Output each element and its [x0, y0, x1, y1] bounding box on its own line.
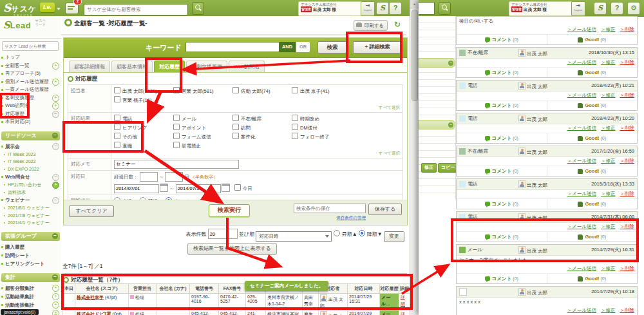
collapse-icon[interactable]: −: [52, 174, 59, 181]
send-mail-link[interactable]: ＞メール送信: [567, 265, 596, 271]
expand-icon[interactable]: +: [52, 301, 59, 309]
checkbox[interactable]: [114, 115, 120, 121]
send-mail-link[interactable]: ＞メール送信: [567, 191, 596, 196]
sidebar-item-対応履歴[interactable]: 対応履歴−: [0, 110, 61, 119]
logout-button[interactable]: ⇥Logout: [571, 1, 585, 16]
save-condition-input[interactable]: [294, 204, 366, 213]
checkbox[interactable]: [173, 133, 180, 139]
result-option-案件化[interactable]: 案件化: [232, 133, 292, 140]
delete-link[interactable]: ＞削除: [620, 158, 635, 164]
send-mail-link[interactable]: ＞メール送信: [567, 125, 596, 131]
and-toggle[interactable]: AND: [279, 42, 296, 52]
search-icon[interactable]: [192, 2, 204, 15]
settings-button[interactable]: ⚙: [627, 2, 640, 15]
sidebar-item-HPお問い合わせ[interactable]: HPお問い合わせ+: [0, 181, 61, 189]
checkbox[interactable]: [292, 124, 298, 130]
sasuke-home-button[interactable]: S: [376, 2, 389, 15]
expand-icon[interactable]: +: [52, 293, 59, 300]
result-option-アポイント[interactable]: アポイント: [173, 124, 232, 131]
expand-icon[interactable]: +: [52, 95, 59, 102]
sidebar-item-2021/7/8 ウェビナー[interactable]: 2021/7/8 ウェビナー: [0, 212, 61, 220]
collapse-icon[interactable]: −: [52, 197, 59, 204]
good-action[interactable]: Good!(0): [547, 274, 638, 283]
sidebar-item-ヒアリングシート[interactable]: ヒアリングシート: [0, 260, 61, 268]
search-icon[interactable]: [439, 2, 451, 15]
result-option-退職[interactable]: 退職: [114, 142, 173, 149]
sidebar-item-展示会[interactable]: 展示会−: [0, 142, 61, 151]
good-action[interactable]: Good!(0): [547, 133, 638, 143]
collapse-icon[interactable]: −: [52, 233, 58, 239]
clear-all-button[interactable]: すべてクリア: [69, 205, 114, 217]
sidebar-item-DX EXPO 2022[interactable]: DX EXPO 2022: [0, 166, 61, 173]
result-option-フォーム送信[interactable]: フォーム送信: [173, 133, 232, 140]
result-option-時期改め[interactable]: 時期改め: [292, 115, 351, 122]
result-option-不在/離席[interactable]: 不在/離席: [232, 115, 292, 122]
good-action[interactable]: Good!(0): [547, 100, 638, 110]
result-option-フォロー終了[interactable]: フォロー終了: [292, 133, 351, 140]
comment-action[interactable]: コメント(0): [457, 166, 547, 176]
result-option-メール[interactable]: メール: [173, 115, 232, 122]
result-option-架電禁止[interactable]: 架電禁止: [173, 142, 232, 149]
sidebar-section-header[interactable]: 拡張グループ−: [1, 232, 60, 241]
sidebar-item-2021/8/1 ウェビナー[interactable]: 2021/8/1 ウェビナー: [0, 204, 61, 212]
collapse-icon[interactable]: −: [52, 274, 58, 280]
checkbox[interactable]: [114, 96, 120, 102]
detail-link[interactable]: 詳細: [401, 312, 405, 315]
delete-link[interactable]: ＞削除: [620, 265, 635, 271]
logout-button[interactable]: ⇥Logout: [361, 1, 375, 16]
result-option-訪問[interactable]: 訪問: [232, 124, 292, 131]
sidebar-item-トップ[interactable]: トップ: [0, 53, 61, 62]
change-button[interactable]: 変更: [384, 231, 404, 242]
edit-link[interactable]: ＞修正: [601, 191, 616, 196]
send-mail-link[interactable]: ＞メール送信: [567, 92, 596, 98]
delete-link[interactable]: ＞削除: [620, 26, 635, 32]
checkbox[interactable]: [173, 115, 180, 121]
elapsed-from-input[interactable]: [140, 172, 158, 182]
edit-link[interactable]: ＞修正: [601, 125, 616, 131]
sidebar-item-IT Week 2023[interactable]: IT Week 2023: [0, 151, 61, 158]
staff-option-出茂 京子(41)[interactable]: 出茂 京子(41): [292, 87, 351, 95]
send-mail-link[interactable]: ＞メール送信: [567, 224, 596, 229]
elapsed-to-input[interactable]: [165, 172, 183, 182]
edit-link[interactable]: ＞修正: [601, 307, 616, 313]
sort-select[interactable]: 対応日時: [256, 231, 332, 242]
checkbox[interactable]: [173, 124, 180, 130]
global-search-input[interactable]: [419, 2, 435, 15]
checkbox[interactable]: [114, 133, 120, 139]
sidebar-section-header[interactable]: 集計−: [1, 273, 60, 282]
tab-Web訪問者[interactable]: Web訪問者: [229, 61, 265, 72]
show-on-map-button[interactable]: 検索結果一覧を地図上に表示する: [187, 243, 277, 255]
expand-icon[interactable]: +: [52, 182, 59, 189]
select-all-link[interactable]: すべて選択: [114, 105, 400, 111]
good-action[interactable]: Good!(0): [547, 199, 638, 209]
expand-icon[interactable]: +: [52, 79, 59, 86]
collapse-icon[interactable]: −: [52, 111, 59, 118]
delete-link[interactable]: ＞削除: [620, 59, 635, 65]
today-checkbox[interactable]: [234, 184, 241, 191]
comment-action[interactable]: コメント(0): [457, 68, 547, 77]
delete-link[interactable]: ＞削除: [620, 307, 635, 313]
send-mail-link[interactable]: ＞メール送信: [567, 59, 596, 65]
good-action[interactable]: Good!(0): [547, 232, 638, 242]
sidebar-item-本日対応(2)[interactable]: 本日対応(2): [0, 118, 61, 126]
delete-link[interactable]: ＞削除: [620, 224, 635, 229]
checkbox[interactable]: [232, 133, 239, 139]
search-button[interactable]: 検索: [317, 41, 347, 53]
copy-button[interactable]: コピー: [438, 163, 458, 173]
staff-option-営業 太郎(581)[interactable]: 営業 太郎(581): [173, 87, 232, 95]
delete-link[interactable]: ＞削除: [620, 92, 635, 98]
result-option-ヒアリング[interactable]: ヒアリング: [114, 124, 173, 131]
checkbox[interactable]: [292, 133, 298, 139]
chevron-down-icon[interactable]: [57, 8, 61, 10]
sidebar-item-一斉メール送信履歴[interactable]: 一斉メール送信履歴: [0, 86, 61, 94]
sidebar-item-個別メール送信履歴[interactable]: 個別メール送信履歴+: [0, 78, 61, 86]
date-from-input[interactable]: [114, 184, 159, 193]
print-button[interactable]: 印刷する: [354, 20, 388, 31]
expand-icon[interactable]: +: [52, 102, 59, 110]
help-button[interactable]: ?: [389, 2, 402, 15]
checkbox[interactable]: [232, 115, 239, 121]
result-option-電話[interactable]: 電話: [114, 115, 173, 122]
good-action[interactable]: Good!(0): [547, 68, 638, 77]
checkbox[interactable]: [232, 87, 239, 93]
date-to-input[interactable]: [176, 184, 221, 193]
